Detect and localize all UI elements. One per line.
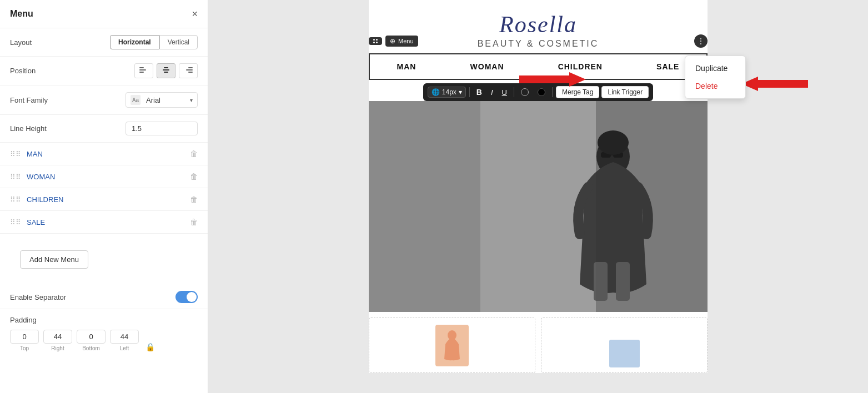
drag-handle-man[interactable]: ⠿⠿: [10, 150, 21, 158]
font-family-select[interactable]: Aa Arial ▾: [126, 92, 198, 108]
add-menu-section: Add New Menu: [0, 234, 208, 285]
duplicate-menu-item[interactable]: Duplicate: [685, 59, 745, 77]
line-height-input[interactable]: [126, 122, 198, 135]
padding-bottom-input[interactable]: [77, 330, 106, 344]
font-icon: Aa: [131, 95, 141, 105]
drag-handle-woman[interactable]: ⠿⠿: [10, 173, 21, 181]
menu-item-label-sale: SALE: [27, 218, 45, 226]
drag-handle-sale[interactable]: ⠿⠿: [10, 218, 21, 226]
padding-top-input[interactable]: [10, 330, 39, 344]
padding-inputs: Top Right Bottom Left 🔒: [10, 330, 198, 351]
delete-children-button[interactable]: 🗑: [190, 195, 198, 204]
menu-item-left-children: ⠿⠿ CHILDREN: [10, 195, 63, 204]
position-left-btn[interactable]: [134, 63, 153, 78]
separator-toggle[interactable]: [175, 291, 198, 303]
chevron-down-icon: ▾: [190, 97, 193, 103]
more-options-button[interactable]: ⋮: [694, 34, 708, 48]
drag-handle-children[interactable]: ⠿⠿: [10, 195, 21, 204]
close-button[interactable]: ×: [192, 9, 198, 19]
padding-bottom-group: Bottom: [77, 330, 106, 351]
svg-rect-5: [164, 72, 168, 73]
divider-2: [514, 87, 514, 97]
underline-button[interactable]: U: [499, 87, 510, 98]
font-name-value: Arial: [146, 96, 187, 104]
padding-right-input[interactable]: [43, 330, 72, 344]
card-2-image: [605, 323, 644, 367]
padding-right-group: Right: [43, 330, 72, 351]
line-height-label: Line Height: [10, 124, 47, 133]
layout-horizontal-btn[interactable]: Horizontal: [110, 35, 159, 49]
bold-button[interactable]: B: [473, 86, 485, 98]
italic-button[interactable]: I: [488, 87, 496, 98]
svg-marker-9: [519, 72, 586, 87]
menu-item-label-man: MAN: [27, 150, 43, 158]
layout-label: Layout: [10, 38, 32, 47]
font-size-selector[interactable]: 🌐 14px ▾: [428, 87, 466, 98]
menu-item-label-children: CHILDREN: [27, 195, 63, 204]
position-buttons: [134, 63, 198, 78]
menu-label-badge[interactable]: ⊕ Menu: [385, 36, 418, 47]
menu-item-left-woman: ⠿⠿ WOMAN: [10, 173, 55, 181]
svg-rect-1: [139, 69, 146, 70]
panel-header: Menu ×: [0, 0, 208, 28]
right-red-arrow: [741, 75, 808, 92]
padding-bottom-label: Bottom: [82, 345, 100, 351]
menu-item-row-man: ⠿⠿ MAN 🗑: [0, 143, 208, 165]
font-family-label: Font Family: [10, 96, 48, 104]
right-arrow-container: [741, 75, 808, 94]
nav-item-woman[interactable]: WOMAN: [459, 60, 515, 73]
add-menu-button[interactable]: Add New Menu: [20, 250, 88, 269]
link-trigger-button[interactable]: Link Trigger: [601, 86, 649, 98]
menu-item-left-man: ⠿⠿ MAN: [10, 150, 43, 158]
card-1: [369, 318, 535, 373]
padding-right-label: Right: [51, 345, 64, 351]
font-family-row: Font Family Aa Arial ▾: [0, 85, 208, 115]
svg-rect-8: [188, 72, 193, 73]
padding-top-label: Top: [20, 345, 29, 351]
bottom-cards: [369, 312, 708, 373]
svg-point-16: [598, 130, 629, 155]
nav-item-sale[interactable]: SALE: [645, 60, 690, 73]
nav-item-man[interactable]: MAN: [386, 60, 428, 73]
svg-rect-0: [139, 67, 144, 68]
menu-bar-controls: ⊕ Menu: [369, 36, 418, 47]
panel-title: Menu: [10, 9, 33, 19]
delete-woman-button[interactable]: 🗑: [190, 172, 198, 181]
lock-icon[interactable]: 🔒: [145, 342, 155, 351]
svg-rect-4: [163, 69, 169, 70]
delete-sale-button[interactable]: 🗑: [190, 218, 198, 226]
svg-rect-12: [616, 262, 630, 301]
menu-item-row-sale: ⠿⠿ SALE 🗑: [0, 211, 208, 234]
svg-rect-3: [164, 67, 168, 68]
delete-man-button[interactable]: 🗑: [190, 149, 198, 158]
menu-item-row-woman: ⠿⠿ WOMAN 🗑: [0, 165, 208, 188]
card-2: [541, 318, 708, 373]
store-header: Rosella Beauty & Cosmetic: [369, 0, 708, 53]
padding-left-input[interactable]: [110, 330, 139, 344]
position-right-btn[interactable]: [179, 63, 198, 78]
left-panel: Menu × Layout Horizontal Vertical Positi…: [0, 0, 208, 393]
store-tagline: Beauty & Cosmetic: [369, 39, 708, 49]
line-height-row: Line Height: [0, 115, 208, 143]
menu-item-label-woman: WOMAN: [27, 173, 55, 181]
position-center-btn[interactable]: [157, 63, 175, 78]
hero-panel-left: [369, 101, 480, 312]
card-1-image: [435, 325, 469, 366]
svg-marker-18: [741, 77, 808, 91]
left-red-arrow: [519, 71, 586, 88]
font-size-value: 14px: [442, 88, 456, 96]
card-2-block: [609, 340, 640, 367]
left-arrow-container: [519, 71, 586, 90]
layout-row: Layout Horizontal Vertical: [0, 28, 208, 57]
layout-vertical-btn[interactable]: Vertical: [159, 35, 198, 49]
separator-label: Enable Separator: [10, 293, 66, 301]
grid-icon: [373, 39, 378, 43]
delete-menu-item[interactable]: Delete: [685, 77, 745, 95]
menu-dots-badge: [369, 37, 382, 45]
svg-rect-6: [188, 67, 193, 68]
canvas-container: Rosella Beauty & Cosmetic ⊕ Menu ⋮: [369, 0, 708, 373]
chevron-down-small-icon: ▾: [459, 88, 462, 96]
position-label: Position: [10, 67, 36, 75]
menu-badge-label: Menu: [398, 38, 414, 44]
padding-left-label: Left: [120, 345, 129, 351]
